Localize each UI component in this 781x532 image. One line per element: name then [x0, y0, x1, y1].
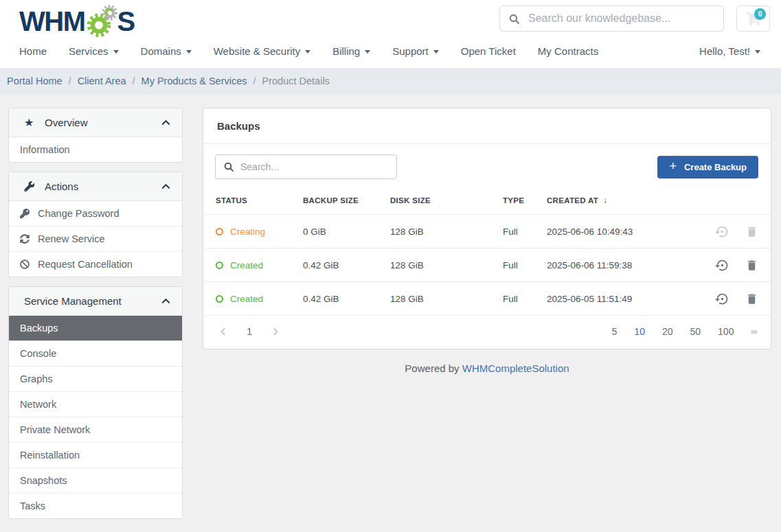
- sidebar-item-change-password[interactable]: Change Password: [9, 201, 182, 226]
- page-size-50[interactable]: 50: [690, 326, 701, 337]
- sidebar-item-graphs[interactable]: Graphs: [9, 366, 182, 391]
- caret-down-icon: [433, 50, 439, 54]
- chevron-up-icon: [161, 181, 171, 192]
- sidebar-item-reinstallation[interactable]: Reinstallation: [9, 442, 182, 467]
- nav-item-home[interactable]: Home: [19, 45, 47, 57]
- sidebar-item-tasks[interactable]: Tasks: [9, 493, 182, 518]
- column-header-backup-size[interactable]: BACKUP SIZE: [303, 196, 390, 205]
- status-creating-icon: [216, 228, 223, 235]
- disk-size: 128 GiB: [390, 260, 503, 270]
- pagination: 1 5 10 20 50 100 ∞: [203, 315, 771, 349]
- next-page-icon[interactable]: [271, 327, 280, 336]
- whmcs-logo[interactable]: WHM S: [19, 4, 135, 38]
- status-text: Created: [230, 260, 263, 270]
- actions-panel-header[interactable]: Actions: [9, 172, 182, 201]
- sidebar-item-snapshots[interactable]: Snapshots: [9, 467, 182, 493]
- delete-backup-icon: [745, 224, 758, 239]
- plus-icon: +: [669, 160, 677, 172]
- logo-text-s: S: [117, 8, 134, 35]
- service-management-panel: Service Management Backups Console Graph…: [8, 286, 183, 519]
- breadcrumb-portal-home[interactable]: Portal Home: [7, 76, 63, 86]
- sidebar-item-information[interactable]: Information: [9, 137, 182, 162]
- service-management-panel-header[interactable]: Service Management: [9, 287, 182, 316]
- table-row: Created 0.42 GiB 128 GiB Full 2025-06-06…: [203, 248, 771, 281]
- status-created-icon: [216, 262, 223, 269]
- sort-desc-icon: ↓: [603, 196, 607, 205]
- nav-item-services[interactable]: Services: [69, 45, 119, 57]
- column-header-type[interactable]: TYPE: [503, 196, 547, 205]
- table-row: Creating 0 GiB 128 GiB Full 2025-06-06 1…: [203, 214, 771, 248]
- panel-title: Service Management: [24, 295, 122, 307]
- page-size-5[interactable]: 5: [612, 326, 618, 337]
- backup-type: Full: [503, 227, 547, 237]
- powered-by-text: Powered by: [405, 362, 459, 374]
- breadcrumb-my-products[interactable]: My Products & Services: [142, 76, 247, 86]
- sidebar-item-console[interactable]: Console: [9, 340, 182, 366]
- page-size-20[interactable]: 20: [662, 326, 673, 337]
- cart-button[interactable]: 0: [736, 5, 770, 32]
- backup-size: 0 GiB: [303, 227, 390, 237]
- created-at: 2025-06-06 11:59:38: [547, 260, 692, 270]
- status-text: Created: [230, 294, 263, 304]
- nav-item-support[interactable]: Support: [392, 45, 439, 57]
- nav-item-domains[interactable]: Domains: [141, 45, 192, 57]
- knowledgebase-search-input[interactable]: [528, 12, 715, 25]
- column-header-created-at[interactable]: CREATED AT↓: [547, 196, 692, 205]
- refresh-icon: [20, 234, 31, 244]
- restore-backup-icon: [715, 224, 729, 239]
- user-menu[interactable]: Hello, Test!: [699, 45, 760, 57]
- restore-backup-icon[interactable]: [715, 292, 729, 306]
- table-search-input[interactable]: [240, 161, 389, 172]
- sidebar-item-request-cancellation[interactable]: Request Cancellation: [9, 251, 182, 277]
- page-number[interactable]: 1: [247, 326, 252, 337]
- table-header: STATUS BACKUP SIZE DISK SIZE TYPE CREATE…: [203, 185, 771, 214]
- sidebar-item-private-network[interactable]: Private Network: [9, 417, 182, 442]
- nav-item-billing[interactable]: Billing: [332, 45, 370, 57]
- status-created-icon: [216, 295, 223, 303]
- page-size-10[interactable]: 10: [634, 326, 645, 337]
- sidebar-item-renew-service[interactable]: Renew Service: [9, 226, 182, 251]
- search-icon: [508, 13, 520, 25]
- delete-backup-icon[interactable]: [745, 258, 758, 273]
- sidebar-item-network[interactable]: Network: [9, 391, 182, 417]
- search-icon: [223, 161, 234, 172]
- disk-size: 128 GiB: [390, 227, 503, 237]
- page-size-infinity-icon[interactable]: ∞: [751, 327, 757, 336]
- overview-panel-header[interactable]: ★ Overview: [9, 108, 182, 137]
- caret-down-icon: [186, 50, 192, 54]
- caret-down-icon: [365, 50, 370, 54]
- sidebar-item-backups[interactable]: Backups: [9, 316, 182, 340]
- restore-backup-icon[interactable]: [715, 258, 729, 273]
- breadcrumb-client-area[interactable]: Client Area: [78, 76, 126, 86]
- chevron-up-icon: [161, 117, 171, 128]
- caret-down-icon: [305, 50, 310, 54]
- key-icon: [20, 209, 31, 218]
- caret-down-icon: [113, 50, 119, 54]
- gear-icon: [84, 4, 117, 38]
- delete-backup-icon[interactable]: [745, 292, 758, 306]
- table-search: [215, 154, 397, 179]
- backup-size: 0.42 GiB: [303, 260, 390, 270]
- create-backup-button[interactable]: + Create Backup: [657, 156, 758, 178]
- breadcrumb-current: Product Details: [262, 76, 330, 86]
- backups-card: Backups + Create Backup STATUS BACKUP SI…: [203, 108, 771, 349]
- footer: Powered by WHMCompleteSolution: [203, 349, 771, 387]
- whmcompletesolution-link[interactable]: WHMCompleteSolution: [462, 362, 569, 374]
- overview-panel: ★ Overview Information: [8, 108, 183, 163]
- previous-page-icon[interactable]: [218, 327, 228, 336]
- backup-type: Full: [503, 260, 547, 270]
- wrench-icon: [24, 181, 36, 192]
- knowledgebase-search: [499, 5, 724, 32]
- star-icon: ★: [24, 117, 36, 128]
- page-size-100[interactable]: 100: [718, 326, 734, 337]
- panel-title: Actions: [45, 181, 78, 192]
- nav-item-website-security[interactable]: Website & Security: [214, 45, 310, 57]
- nav-item-open-ticket[interactable]: Open Ticket: [461, 45, 516, 57]
- logo-text-whm: WHM: [19, 8, 84, 35]
- column-header-status[interactable]: STATUS: [216, 196, 303, 205]
- nav-item-my-contracts[interactable]: My Contracts: [538, 45, 598, 57]
- card-title: Backups: [203, 108, 771, 144]
- caret-down-icon: [755, 50, 760, 54]
- backup-type: Full: [503, 294, 547, 304]
- column-header-disk-size[interactable]: DISK SIZE: [390, 196, 503, 205]
